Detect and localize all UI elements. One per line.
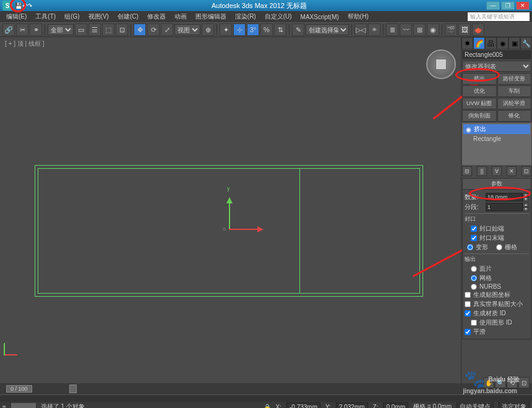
mod-turbosmooth-button[interactable]: 涡轮平滑 <box>497 98 532 109</box>
mod-optimize-button[interactable]: 优化 <box>462 85 497 97</box>
angle-snap-icon[interactable]: 3° <box>247 23 259 36</box>
x-coord-field[interactable]: -0.733mm <box>286 402 320 409</box>
menu-maxscript[interactable]: MAXScript(M) <box>297 12 343 22</box>
mod-bevelprofile-button[interactable]: 倒角剖面 <box>462 110 497 122</box>
material-editor-icon[interactable]: ◉ <box>427 23 439 36</box>
stack-item-extrude[interactable]: ◉挤出 <box>463 124 530 134</box>
redo-icon[interactable]: ↷ <box>27 2 32 9</box>
named-selset-dropdown[interactable]: 创建选择集 <box>306 24 349 35</box>
segments-input[interactable] <box>486 203 523 211</box>
edit-selset-icon[interactable]: ✎ <box>292 23 304 36</box>
stack-item-rectangle[interactable]: Rectangle <box>463 135 530 143</box>
layers-icon[interactable]: ≣ <box>386 23 398 36</box>
percent-snap-icon[interactable]: % <box>260 23 273 36</box>
object-name-field[interactable]: Rectangle005 <box>462 50 531 59</box>
menu-render[interactable]: 渲染(R) <box>231 11 260 22</box>
window-cross-icon[interactable]: ⊡ <box>116 23 128 36</box>
viewport-label[interactable]: [ + ] 顶 | 线框 ] <box>5 40 44 48</box>
menu-customize[interactable]: 自定义(U) <box>261 11 296 22</box>
unique-icon[interactable]: ∀ <box>492 166 502 176</box>
mini-listener[interactable] <box>11 403 36 408</box>
menu-group[interactable]: 组(G) <box>61 11 83 22</box>
menu-tools[interactable]: 工具(T) <box>32 11 59 22</box>
nurbs-radio[interactable] <box>471 284 477 290</box>
mod-uvwmap-button[interactable]: UVW 贴图 <box>462 98 497 109</box>
pivot-icon[interactable]: ⊕ <box>202 23 214 36</box>
viewcube[interactable] <box>426 49 456 79</box>
ref-coord-dropdown[interactable]: 视图 <box>174 24 200 35</box>
tab-modify[interactable]: 🌈 <box>473 37 485 49</box>
tab-display[interactable]: ▣ <box>508 37 520 49</box>
selset-button[interactable]: 选定对象 <box>499 401 530 408</box>
amount-down[interactable]: ▼ <box>523 197 529 202</box>
use-shapeid-checkbox[interactable] <box>471 320 477 326</box>
maximize-button[interactable]: ❐ <box>501 1 515 10</box>
scale-icon[interactable]: ⤢ <box>161 23 173 36</box>
menu-modifiers[interactable]: 修改器 <box>144 11 169 22</box>
tab-motion[interactable]: ◉ <box>497 37 508 49</box>
menu-edit[interactable]: 编辑(E) <box>2 11 30 22</box>
align-icon[interactable]: ⫩ <box>368 23 380 36</box>
show-end-icon[interactable]: || <box>477 166 487 176</box>
time-range-end[interactable] <box>69 385 77 393</box>
z-coord-field[interactable]: 0.0mm <box>383 402 408 409</box>
mod-pathdeform-button[interactable]: 路径变形 <box>497 73 532 85</box>
snap-toggle-icon[interactable]: ⊹ <box>233 23 246 36</box>
menu-create[interactable]: 创建(C) <box>114 11 142 22</box>
tab-create[interactable]: ✹ <box>461 37 473 49</box>
mod-taper-button[interactable]: 锥化 <box>497 110 532 122</box>
close-button[interactable]: ✕ <box>516 1 530 10</box>
timeline-track[interactable] <box>0 394 532 402</box>
select-icon[interactable]: ▭ <box>75 23 87 36</box>
mesh-radio[interactable] <box>471 275 477 281</box>
gen-map-checkbox[interactable] <box>465 292 471 298</box>
select-name-icon[interactable]: ☰ <box>88 23 101 36</box>
viewport-top[interactable]: [ + ] 顶 | 线框 ] y o <box>0 37 461 383</box>
cap-start-checkbox[interactable] <box>471 226 477 232</box>
render-icon[interactable]: 🫖 <box>472 23 484 36</box>
gen-matid-checkbox[interactable] <box>465 310 471 317</box>
tab-utilities[interactable]: 🔧 <box>520 37 532 49</box>
time-slider[interactable]: 0 / 100 <box>0 383 532 394</box>
y-coord-field[interactable]: 2.032mm <box>336 402 368 409</box>
unlink-icon[interactable]: ✂ <box>16 23 28 36</box>
schematic-icon[interactable]: ⊞ <box>413 23 426 36</box>
link-icon[interactable]: 🔗 <box>2 23 15 36</box>
lock-icon[interactable]: 🔒 <box>264 404 271 409</box>
smooth-checkbox[interactable] <box>465 329 471 335</box>
menu-graph[interactable]: 图形编辑器 <box>192 11 230 22</box>
patch-radio[interactable] <box>471 266 477 272</box>
bind-icon[interactable]: ⚭ <box>30 23 42 36</box>
menu-animation[interactable]: 动画 <box>171 11 191 22</box>
autokey-button[interactable]: 自动关键点 <box>457 401 494 408</box>
rotate-icon[interactable]: ⟳ <box>147 23 160 36</box>
selection-filter[interactable]: 全部 <box>48 24 74 35</box>
configure-icon[interactable]: ⊡ <box>521 166 531 176</box>
render-frame-icon[interactable]: 🖼 <box>458 23 471 36</box>
menu-views[interactable]: 视图(V) <box>85 11 113 22</box>
pin-stack-icon[interactable]: ⊟ <box>462 166 472 176</box>
tab-hierarchy[interactable]: 品 <box>485 37 497 49</box>
manipulate-icon[interactable]: ✦ <box>220 23 232 36</box>
mod-lathe-button[interactable]: 车削 <box>497 85 532 97</box>
transform-gizmo[interactable]: y o <box>223 185 272 235</box>
search-input[interactable]: 输入关键字或短语 <box>468 12 530 21</box>
cap-end-checkbox[interactable] <box>471 235 477 241</box>
curve-editor-icon[interactable]: 〰 <box>400 23 412 36</box>
modifier-stack[interactable]: ◉挤出 Rectangle <box>462 123 531 165</box>
grid-radio[interactable] <box>496 244 502 250</box>
realworld-checkbox[interactable] <box>465 301 471 307</box>
menu-bar: 编辑(E) 工具(T) 组(G) 视图(V) 创建(C) 修改器 动画 图形编辑… <box>0 11 532 22</box>
move-icon[interactable]: ✥ <box>134 23 146 36</box>
morph-radio[interactable] <box>467 244 473 250</box>
minimize-button[interactable]: — <box>486 1 500 10</box>
select-rect-icon[interactable]: ⬚ <box>102 23 114 36</box>
mirror-icon[interactable]: ▷◁ <box>354 23 367 36</box>
time-thumb[interactable]: 0 / 100 <box>6 385 32 393</box>
render-setup-icon[interactable]: 🎬 <box>445 23 457 36</box>
remove-mod-icon[interactable]: ✕ <box>507 166 517 176</box>
maxscript-icon[interactable]: ≡ <box>2 404 6 409</box>
spinner-snap-icon[interactable]: ⇅ <box>274 23 286 36</box>
maximize-vp-icon[interactable]: ⊡ <box>518 377 530 388</box>
menu-help[interactable]: 帮助(H) <box>344 11 372 22</box>
